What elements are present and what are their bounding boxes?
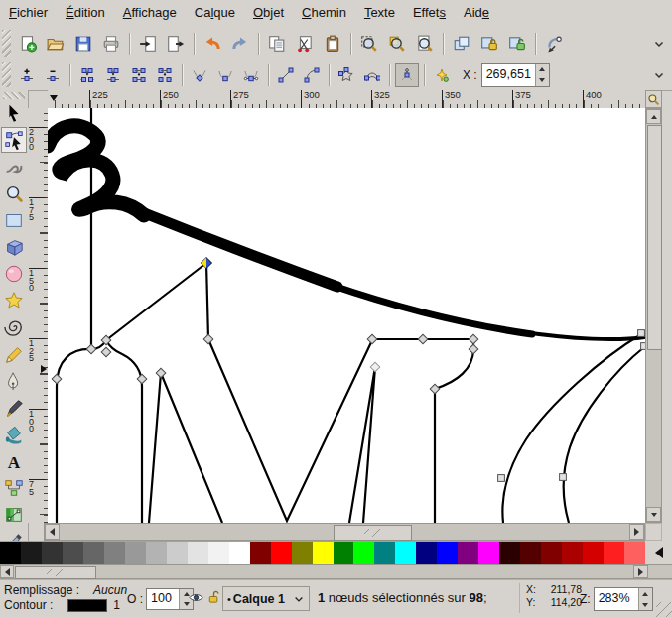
palette-swatch[interactable] (562, 542, 583, 565)
palette-swatch[interactable] (334, 542, 354, 565)
path-node-diamond[interactable] (418, 334, 428, 344)
open-document-button[interactable] (43, 31, 68, 57)
palette-swatch[interactable] (125, 542, 146, 565)
palette-swatch[interactable] (478, 542, 499, 565)
vertical-scroll-thumb[interactable] (647, 125, 662, 350)
zoom-spinbox[interactable]: 283% (594, 587, 653, 611)
toolbar-overflow-button[interactable] (652, 37, 666, 51)
palette-scroll-thumb[interactable] (15, 566, 96, 579)
palette-swatch[interactable] (374, 542, 395, 565)
toolbar-grip[interactable] (2, 30, 11, 56)
node-x-value[interactable]: 269,651 (482, 64, 535, 86)
path-node-diamond[interactable] (101, 347, 111, 357)
save-document-button[interactable] (70, 31, 96, 57)
letter-outline-path[interactable] (149, 373, 222, 523)
zoom-drawing-button[interactable] (384, 31, 410, 57)
join-segment-button[interactable] (127, 63, 151, 87)
insert-node-button[interactable] (15, 63, 39, 87)
delete-segment-button[interactable] (153, 63, 177, 87)
node-smooth-button[interactable] (213, 63, 237, 87)
letter-outline-path[interactable] (106, 263, 206, 340)
segment-curve-button[interactable] (300, 63, 324, 87)
palette-scroll-left-button[interactable] (0, 565, 14, 578)
delete-node-button[interactable] (41, 63, 65, 87)
palette-swatch[interactable] (208, 542, 229, 565)
zoom-selection-button[interactable] (356, 31, 382, 57)
path-node-diamond[interactable] (469, 344, 478, 354)
spin-down-icon[interactable] (642, 603, 648, 607)
gradient-tool[interactable] (1, 502, 27, 528)
palette-swatch[interactable] (42, 542, 63, 565)
palette-swatch[interactable] (313, 542, 334, 565)
spin-up-icon[interactable] (539, 67, 545, 71)
print-document-button[interactable] (98, 31, 124, 57)
scribble-path[interactable] (48, 126, 144, 215)
opacity-spinbox[interactable]: 100 (146, 588, 194, 610)
object-to-path-button[interactable] (335, 63, 358, 87)
ellipse-tool[interactable] (1, 261, 27, 287)
menu-calque[interactable]: Calque (186, 0, 244, 26)
export-document-button[interactable] (163, 31, 189, 57)
palette-swatch[interactable] (624, 542, 645, 565)
unlink-clone-button[interactable] (504, 31, 530, 57)
break-node-button[interactable] (75, 63, 99, 87)
import-document-button[interactable] (135, 31, 161, 57)
selector-tool[interactable] (1, 100, 27, 126)
palette-swatch[interactable] (0, 542, 21, 565)
layer-lock-toggle[interactable] (206, 589, 221, 604)
canvas[interactable] (48, 108, 645, 523)
stroke-color-swatch[interactable] (67, 599, 107, 612)
node-x-spinbox[interactable]: 269,651 (481, 63, 550, 87)
vertical-scrollbar[interactable] (645, 108, 662, 523)
palette-swatch[interactable] (541, 542, 562, 565)
letter-outline-path[interactable] (57, 340, 142, 523)
layer-selector[interactable]: • Calque 1 (222, 586, 310, 611)
zoom-tool[interactable] (1, 181, 27, 206)
path-node-diamond[interactable] (137, 374, 147, 384)
toolbar-grip[interactable] (2, 62, 11, 87)
palette-swatch[interactable] (353, 542, 374, 565)
node-symmetric-button[interactable] (239, 63, 263, 87)
spiral-tool[interactable] (1, 314, 27, 340)
palette-swatch[interactable] (458, 542, 478, 565)
scribble-path[interactable] (524, 332, 644, 339)
opacity-value[interactable]: 100 (147, 589, 179, 609)
layer-visibility-toggle[interactable] (189, 590, 203, 605)
tweak-tool[interactable] (1, 154, 27, 180)
rectangle-tool[interactable] (1, 207, 27, 233)
palette-swatch[interactable] (188, 542, 208, 565)
palette-swatch[interactable] (437, 542, 458, 565)
letter-outline-path[interactable] (502, 334, 641, 523)
path-node-square[interactable] (560, 474, 567, 481)
scribble-path[interactable] (331, 285, 532, 334)
path-node-square[interactable] (498, 475, 505, 482)
menu-fichier[interactable]: Fichier (0, 0, 57, 26)
spinner-arrows[interactable] (638, 588, 652, 610)
palette-swatch[interactable] (83, 542, 104, 565)
spin-up-icon[interactable] (642, 592, 648, 596)
undo-button[interactable] (200, 31, 225, 57)
zoom-page-button[interactable] (412, 31, 438, 57)
menu-aide[interactable]: Aide (455, 0, 498, 26)
palette-swatch[interactable] (395, 542, 416, 565)
copy-button[interactable] (264, 31, 290, 57)
menu-texte[interactable]: Texte (355, 0, 404, 26)
palette-swatch[interactable] (167, 542, 188, 565)
palette-swatch[interactable] (250, 542, 271, 565)
node-cusp-button[interactable] (188, 63, 211, 87)
menu-objet[interactable]: Objet (244, 0, 293, 26)
letter-outline-path[interactable] (349, 367, 375, 523)
letter-outline-path[interactable] (208, 339, 372, 521)
palette-swatch[interactable] (604, 542, 624, 565)
path-node-diamond[interactable] (86, 344, 96, 354)
path-node-diamond[interactable] (203, 334, 213, 344)
horizontal-scrollbar[interactable] (44, 523, 645, 541)
scroll-up-button[interactable] (646, 109, 661, 124)
scroll-down-button[interactable] (646, 507, 661, 522)
fill-stroke-indicator[interactable]: Remplissage :Aucun Contour :1 (4, 583, 127, 613)
show-handles-button[interactable] (395, 63, 419, 87)
calligraphy-tool[interactable] (1, 395, 27, 421)
paint-bucket-tool[interactable] (1, 422, 27, 447)
horizontal-ruler[interactable]: 225250275300325350375400 (48, 90, 645, 109)
palette-swatch[interactable] (416, 542, 437, 565)
